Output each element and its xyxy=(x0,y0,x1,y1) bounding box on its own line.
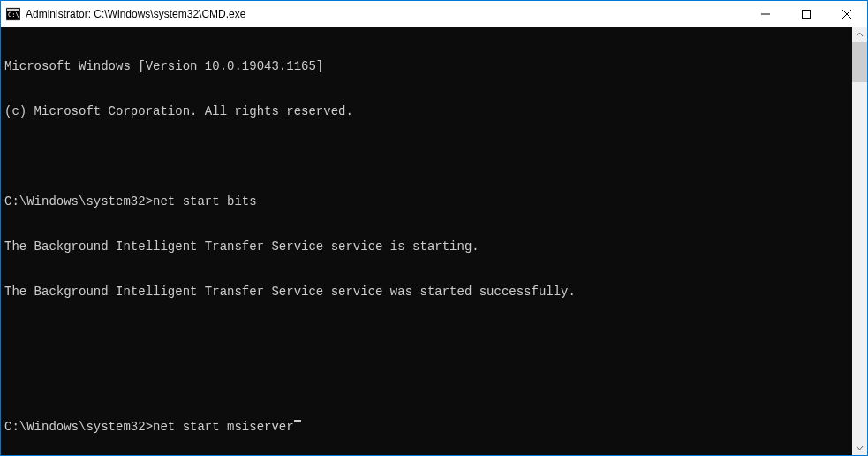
svg-line-6 xyxy=(842,10,851,19)
console-area: Microsoft Windows [Version 10.0.19043.11… xyxy=(1,27,867,455)
prompt-path: C:\Windows\system32> xyxy=(4,194,153,209)
cmd-window: C:\ Administrator: C:\Windows\system32\C… xyxy=(1,1,867,455)
window-controls xyxy=(745,1,867,27)
output-line: (c) Microsoft Corporation. All rights re… xyxy=(4,104,849,119)
prompt-command: net start bits xyxy=(153,194,257,209)
svg-line-5 xyxy=(842,10,851,19)
output-line: Microsoft Windows [Version 10.0.19043.11… xyxy=(4,59,849,74)
prompt-command: net start msiserver xyxy=(153,420,294,435)
window-title: Administrator: C:\Windows\system32\CMD.e… xyxy=(26,8,745,20)
prompt-path: C:\Windows\system32> xyxy=(4,420,153,435)
scroll-track[interactable] xyxy=(852,42,867,440)
vertical-scrollbar[interactable] xyxy=(852,27,867,455)
svg-text:C:\: C:\ xyxy=(8,11,19,19)
scroll-down-button[interactable] xyxy=(852,440,867,455)
scroll-up-button[interactable] xyxy=(852,27,867,42)
current-prompt-line: C:\Windows\system32>net start msiserver xyxy=(4,420,849,435)
cmd-icon: C:\ xyxy=(6,7,20,21)
cursor xyxy=(294,420,301,422)
titlebar[interactable]: C:\ Administrator: C:\Windows\system32\C… xyxy=(1,1,867,27)
svg-rect-4 xyxy=(803,11,811,19)
prompt-line: C:\Windows\system32>net start bits xyxy=(4,194,849,209)
output-line xyxy=(4,375,849,390)
maximize-button[interactable] xyxy=(786,1,826,27)
close-button[interactable] xyxy=(826,1,867,27)
console-output[interactable]: Microsoft Windows [Version 10.0.19043.11… xyxy=(1,27,852,455)
minimize-button[interactable] xyxy=(745,1,786,27)
output-line: The Background Intelligent Transfer Serv… xyxy=(4,239,849,255)
output-line: The Background Intelligent Transfer Serv… xyxy=(4,285,849,300)
scroll-thumb[interactable] xyxy=(852,42,867,82)
output-line xyxy=(4,149,849,164)
output-line xyxy=(4,330,849,345)
